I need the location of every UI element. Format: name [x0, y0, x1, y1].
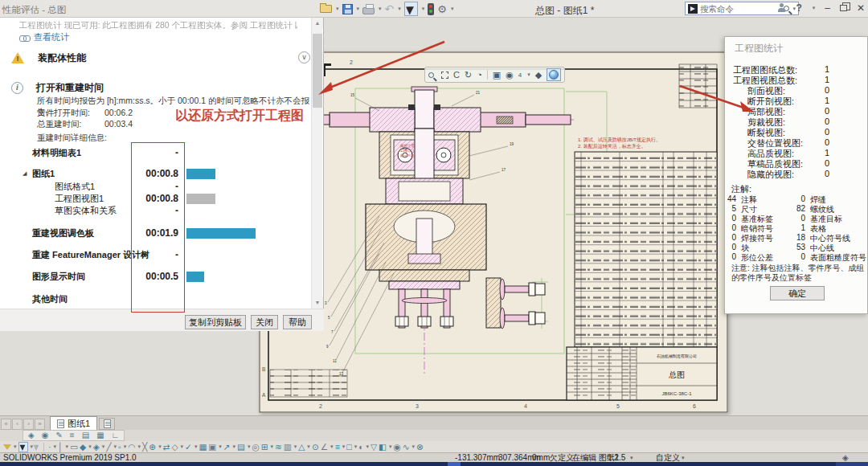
sketch-toolbar-icon[interactable]: ◐: [358, 442, 363, 452]
last-sheet-icon[interactable]: »: [35, 419, 45, 430]
dialog-scrollbar[interactable]: ▲ ▼: [311, 18, 322, 309]
stats-count-row: 高品质视图:1: [725, 148, 868, 158]
section-view-icon[interactable]: ◔: [477, 70, 482, 80]
assembly-performance-section[interactable]: ! 装配体性能: [11, 51, 86, 65]
svg-text:11: 11: [333, 359, 337, 363]
help-icon[interactable]: ?: [796, 2, 801, 14]
sketch-toolbar-icon[interactable]: □: [346, 442, 351, 452]
search-input[interactable]: [700, 4, 781, 14]
sketch-toolbar-icon[interactable]: ▭: [70, 442, 78, 452]
scroll-down-icon[interactable]: ▼: [312, 297, 323, 309]
sketch-toolbar-icon[interactable]: ·: [48, 442, 51, 452]
sketch-toolbar-icon[interactable]: ▤: [237, 442, 245, 452]
sketch-toolbar-icon[interactable]: ↗: [223, 442, 231, 452]
sketch-toolbar-icon[interactable]: ∠: [321, 442, 328, 452]
sketch-toolbar-icon[interactable]: ▽: [371, 442, 377, 452]
zoom-area-icon[interactable]: [441, 72, 448, 79]
sketch-toolbar-icon[interactable]: ≡: [335, 442, 340, 452]
sketch-toolbar-icon[interactable]: ▥: [284, 442, 292, 452]
sketch-toolbar-icon[interactable]: ◧: [379, 442, 387, 452]
windows-taskbar[interactable]: [0, 462, 868, 466]
minimize-icon[interactable]: –: [825, 5, 830, 11]
stats-count-row: 剖面视图:0: [725, 85, 868, 96]
sketch-toolbar-icon[interactable]: ≋: [275, 442, 282, 452]
open-icon[interactable]: [320, 5, 332, 13]
annotation-toolbar-icon[interactable]: ◉: [42, 431, 49, 440]
sketch-toolbar-icon[interactable]: ◎: [252, 442, 260, 452]
annotation-toolbar-icon[interactable]: ✎: [55, 431, 62, 440]
sketch-toolbar-icon[interactable]: ▦: [199, 442, 207, 452]
dialog-title: 性能评估 - 总图: [2, 4, 66, 16]
expand-icon[interactable]: ◢: [23, 170, 27, 177]
sketch-toolbar-icon[interactable]: ╱: [106, 442, 111, 452]
sketch-toolbar-icon[interactable]: ◠: [128, 442, 135, 452]
sketch-toolbar-icon[interactable]: ◈: [93, 442, 100, 452]
display-style-icon[interactable]: ▣: [493, 70, 501, 80]
undo-icon[interactable]: ↶: [385, 3, 395, 14]
previous-view-icon[interactable]: C: [453, 70, 460, 80]
select-other-icon[interactable]: [34, 443, 41, 451]
help-button[interactable]: 帮助: [283, 315, 312, 329]
save-icon[interactable]: [342, 4, 353, 14]
svg-text:阀腔注脂: 阀腔注脂: [400, 143, 416, 149]
select-tool-active[interactable]: [18, 442, 28, 452]
restore-window-icon[interactable]: [840, 5, 847, 11]
user-account-icon[interactable]: [777, 3, 786, 13]
annotation-toolbar-icon[interactable]: ≡: [70, 431, 75, 440]
count-value: 1: [809, 96, 829, 105]
print-icon[interactable]: [362, 7, 375, 14]
scroll-up-icon[interactable]: ▲: [312, 18, 323, 29]
hide-show-items-icon[interactable]: ◉: [506, 70, 514, 80]
sketch-toolbar-icon[interactable]: ◆: [80, 442, 86, 452]
chevron-down-icon[interactable]: ∨: [298, 51, 310, 63]
select-tool-button[interactable]: [404, 2, 418, 16]
sketch-toolbar-icon[interactable]: ⊕: [149, 442, 156, 452]
sketch-toolbar-icon[interactable]: ▫: [118, 442, 121, 452]
sketch-toolbar-icon[interactable]: ⊞: [261, 442, 268, 452]
tab-sheet1[interactable]: 图纸1: [50, 416, 97, 430]
stats-count-row: 断开剖视图:1: [725, 96, 868, 106]
sketch-toolbar-icon[interactable]: ⊙: [312, 442, 319, 452]
prev-sheet-icon[interactable]: ‹: [12, 419, 23, 430]
link-icon: [19, 35, 30, 41]
selection-filter-icon[interactable]: [3, 444, 11, 450]
sketch-toolbar: ▾ ▾ ·▾│▾▭◆▾◈▾╱▾▫▾◠▾╳⊕▾⇄◇▾✓▾▦▣▾↗▾▤▾◎⊞▾≋▥▾…: [0, 441, 868, 452]
sketch-toolbar-icon[interactable]: ∿: [403, 442, 410, 452]
add-sheet-button[interactable]: [99, 418, 115, 430]
sketch-toolbar-icon[interactable]: ╳: [142, 442, 147, 452]
sketch-toolbar-icon[interactable]: ⊗: [416, 442, 424, 452]
next-sheet-icon[interactable]: ›: [23, 419, 34, 430]
sketch-toolbar-icon[interactable]: │: [58, 442, 63, 452]
sketch-toolbar-icon[interactable]: ◉: [394, 442, 401, 452]
view-settings-icon[interactable]: ◆: [535, 70, 542, 80]
annotation-toolbar-icon[interactable]: ◈: [28, 431, 35, 440]
sketch-toolbar-icon[interactable]: △: [298, 442, 305, 452]
sketch-toolbar-icon[interactable]: ✓: [185, 442, 192, 452]
annotation-toolbar-icon[interactable]: ▦: [96, 431, 104, 440]
sketch-toolbar-icon[interactable]: ◇: [171, 442, 178, 452]
rebuild-icon[interactable]: [428, 3, 434, 15]
ok-button[interactable]: 确定: [770, 286, 825, 300]
svg-text:21: 21: [476, 91, 481, 95]
first-sheet-icon[interactable]: «: [1, 419, 11, 430]
view-statistics-link[interactable]: 查看统计: [19, 31, 69, 43]
row-label: 工程图视图1: [55, 193, 104, 205]
drawing-sheet[interactable]: 2 2 3 4 5 6 B A 240: [259, 51, 728, 413]
sketch-toolbar-icon[interactable]: ⇄: [163, 442, 170, 452]
appearance-button[interactable]: [547, 68, 561, 81]
scrollbar-thumb[interactable]: [313, 34, 322, 108]
close-button[interactable]: 关闭: [251, 315, 278, 329]
rotate-view-icon[interactable]: ↻: [465, 70, 472, 80]
taskbar-app-icon[interactable]: [448, 462, 461, 466]
options-gear-icon[interactable]: ⚙: [437, 4, 447, 14]
sketch-toolbar-icon[interactable]: ▣: [208, 442, 216, 452]
copy-to-clipboard-button[interactable]: 复制到剪贴板: [185, 315, 246, 329]
zoom-fit-icon[interactable]: [428, 72, 434, 78]
annotation-toolbar-icon[interactable]: ▤: [82, 431, 89, 440]
annotation-toolbar-icon[interactable]: ∟: [112, 431, 120, 440]
svg-text:17: 17: [502, 168, 506, 172]
count-value: 1: [809, 64, 829, 74]
close-window-icon[interactable]: ✕: [857, 2, 865, 14]
svg-text:总图: 总图: [669, 370, 685, 379]
svg-text:B: B: [262, 366, 265, 372]
